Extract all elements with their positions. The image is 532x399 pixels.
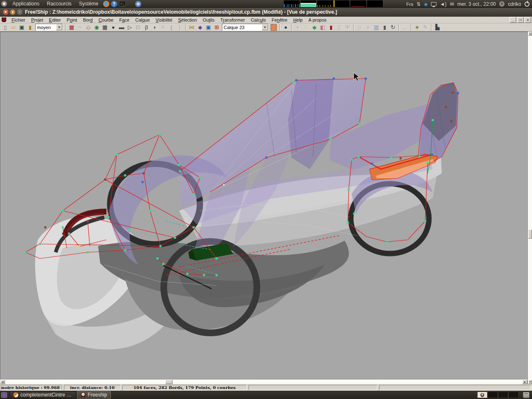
workspace-cell-3[interactable] bbox=[498, 392, 508, 398]
menu-point[interactable]: Point bbox=[64, 17, 80, 23]
vertical-scrollbar[interactable]: ▲ ▼ bbox=[527, 32, 532, 384]
add-points-icon[interactable]: ∷ bbox=[302, 24, 310, 31]
red-checker-icon[interactable]: ⊞ bbox=[213, 24, 221, 31]
mdi-close-button[interactable]: × bbox=[525, 17, 531, 23]
pink-hook-curve-icon[interactable]: ( bbox=[167, 24, 175, 31]
faceted-gem-icon[interactable]: ◆ bbox=[310, 24, 318, 31]
horizontal-scroll-thumb[interactable] bbox=[165, 380, 172, 384]
window-maximize-button[interactable]: ▫ bbox=[17, 10, 22, 15]
window-list-icon[interactable] bbox=[1, 392, 7, 398]
rotate-arrow-icon[interactable]: ↻ bbox=[389, 24, 397, 31]
layer-select[interactable]: Calque 23▼ bbox=[222, 24, 268, 31]
menu-selection[interactable]: Sélection bbox=[175, 17, 200, 23]
pencil-icon[interactable]: ✎ bbox=[421, 24, 429, 31]
new-file-icon[interactable]: ▯ bbox=[1, 24, 9, 31]
menu-raccourcis[interactable]: Raccourcis bbox=[44, 0, 74, 7]
menu-courbe[interactable]: Courbe bbox=[96, 17, 116, 23]
stamp-icon[interactable]: ▬ bbox=[118, 24, 126, 31]
firefox-icon[interactable] bbox=[103, 1, 109, 7]
workspace-cell-4[interactable] bbox=[508, 392, 519, 398]
mail-envelope-icon[interactable]: ✉ bbox=[450, 1, 454, 7]
layer-color-swatch[interactable] bbox=[271, 24, 277, 31]
interior-edges-diamond-icon[interactable]: ◇ bbox=[84, 24, 92, 31]
display-icon[interactable] bbox=[431, 2, 436, 6]
username[interactable]: cdriko bbox=[508, 1, 521, 7]
taskbar-window-impress[interactable]: completementCintre - ... bbox=[10, 391, 76, 399]
menu-applications[interactable]: Applications bbox=[10, 0, 42, 7]
volume-icon[interactable]: ◄) bbox=[440, 1, 446, 7]
keyboard-layout-indicator[interactable]: Fra bbox=[406, 2, 414, 7]
menu-systeme[interactable]: Système bbox=[76, 0, 101, 7]
power-icon[interactable] bbox=[525, 2, 530, 7]
trash-icon[interactable] bbox=[523, 392, 530, 398]
precision-select[interactable]: moyen▼ bbox=[35, 24, 63, 31]
menu-fichier[interactable]: Fichier bbox=[9, 17, 28, 23]
menu-transformer[interactable]: Transformer bbox=[217, 17, 248, 23]
menu-calculs[interactable]: Calculs bbox=[248, 17, 268, 23]
control-curve-icon[interactable]: ∼ bbox=[76, 24, 84, 31]
dropbox-icon[interactable]: ◈ bbox=[424, 1, 428, 7]
menu-face[interactable]: Face bbox=[116, 17, 132, 23]
layer-select-dropdown-arrow[interactable]: ▼ bbox=[262, 24, 268, 30]
network-arrows-icon[interactable]: ⇅ bbox=[416, 1, 421, 7]
workspace-cell-2[interactable] bbox=[488, 392, 498, 398]
red-lock-icon[interactable]: ▮ bbox=[327, 24, 335, 31]
anchor-icon[interactable]: Ψ bbox=[344, 24, 352, 31]
menu-outils[interactable]: Outils bbox=[200, 17, 217, 23]
vertical-scroll-thumb[interactable] bbox=[528, 229, 532, 239]
memory-graph-applet[interactable] bbox=[300, 0, 316, 7]
menu-projet[interactable]: Projet bbox=[28, 17, 46, 23]
disk-graph-applet[interactable] bbox=[350, 0, 366, 7]
gray-grid-icon[interactable]: ▤ bbox=[134, 24, 142, 31]
plus-minus-icon[interactable]: ± bbox=[364, 24, 372, 31]
comb-lines-icon[interactable]: ≡ bbox=[159, 24, 167, 31]
taskbar-window-freeship[interactable]: Freeship bbox=[77, 391, 111, 399]
blue-panel-icon[interactable]: ▣ bbox=[204, 24, 212, 31]
spark-icon[interactable]: ∗ bbox=[413, 24, 421, 31]
cpu-graph-applet[interactable] bbox=[284, 0, 300, 7]
double-box-icon[interactable]: ▥ bbox=[372, 24, 380, 31]
window-close-button[interactable]: ✕ bbox=[3, 10, 8, 15]
bowtie-plates-icon[interactable]: ⋈ bbox=[188, 24, 196, 31]
move-point-cross-icon[interactable]: + bbox=[294, 24, 302, 31]
purple-gem-icon[interactable]: ◆ bbox=[196, 24, 204, 31]
shaded-globe-icon[interactable]: ◉ bbox=[93, 24, 101, 31]
fair-curve-icon[interactable]: ◡ bbox=[401, 24, 409, 31]
mesh-grid-icon[interactable]: ▦ bbox=[101, 24, 109, 31]
swap-graph-applet[interactable] bbox=[367, 0, 383, 7]
mdi-restore-button[interactable]: ❐ bbox=[517, 17, 524, 23]
menu-visibilite[interactable]: Visibilité bbox=[153, 17, 175, 23]
horizontal-scrollbar[interactable]: ◀ ▶ bbox=[0, 379, 527, 384]
exit-door-icon[interactable]: ▮ bbox=[26, 24, 34, 31]
curvature-sphere-icon[interactable]: ● bbox=[109, 24, 117, 31]
user-status-icon[interactable]: × bbox=[499, 1, 505, 7]
dark-leaf-icon[interactable]: ◗ bbox=[151, 24, 159, 31]
pink-prism-icon[interactable]: ◧ bbox=[319, 24, 327, 31]
terminal-icon[interactable]: >_ bbox=[119, 1, 126, 7]
wedge-arrow-icon[interactable]: ▷ bbox=[126, 24, 134, 31]
menu-fenetre[interactable]: Fenêtre bbox=[269, 17, 291, 23]
gray-hook-curve-icon[interactable]: ) bbox=[176, 24, 184, 31]
menu-calque[interactable]: Calque bbox=[132, 17, 153, 23]
open-folder-icon[interactable]: ▱ bbox=[10, 24, 17, 31]
menu-help[interactable]: Help bbox=[290, 17, 305, 23]
scroll-up-arrow[interactable]: ▲ bbox=[528, 32, 532, 36]
precision-select-dropdown-arrow[interactable]: ▼ bbox=[56, 24, 62, 30]
window-minimize-button[interactable]: ∨ bbox=[10, 10, 15, 15]
dark-box-icon[interactable]: ▮ bbox=[381, 24, 389, 31]
scroll-left-arrow[interactable]: ◀ bbox=[0, 380, 5, 384]
scroll-right-arrow[interactable]: ▶ bbox=[522, 380, 527, 384]
help-icon[interactable]: ? bbox=[111, 1, 117, 7]
dark-globe-icon[interactable]: ● bbox=[282, 24, 290, 31]
menu-editer[interactable]: Editer bbox=[46, 17, 64, 23]
control-net-grid-icon[interactable]: ▦ bbox=[68, 24, 76, 31]
perspective-viewport[interactable] bbox=[0, 32, 527, 379]
workspace-cell-1[interactable] bbox=[477, 392, 488, 398]
save-file-icon[interactable]: ▣ bbox=[18, 24, 26, 31]
chromium-icon[interactable] bbox=[135, 1, 141, 7]
load-graph-applet[interactable] bbox=[334, 0, 350, 7]
distro-logo-icon[interactable] bbox=[1, 1, 7, 7]
menu-bord[interactable]: Bord bbox=[80, 17, 96, 23]
flowlines-icon[interactable]: β bbox=[143, 24, 150, 31]
system-monitor-applets[interactable] bbox=[284, 0, 383, 7]
